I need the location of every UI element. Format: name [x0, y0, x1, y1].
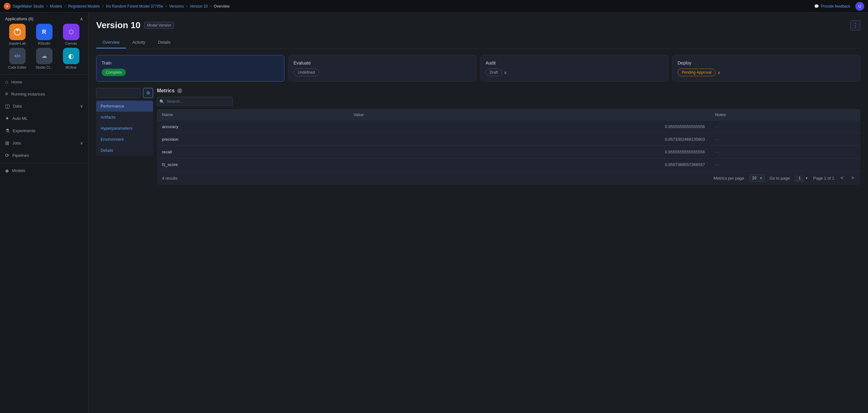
sidebar-app-codeeditor[interactable]: </> Code Editor: [5, 48, 29, 69]
rstudio-icon: R: [36, 24, 53, 40]
provide-feedback-button[interactable]: 💬 Provide feedback: [814, 4, 850, 8]
pipelines-label: Pipelines: [12, 153, 29, 158]
deploy-badge: Pending Approval: [678, 69, 716, 76]
sidebar-item-home[interactable]: ⌂ Home: [0, 76, 88, 88]
metrics-nav: Performance Artifacts Hyperparameters En…: [96, 101, 153, 156]
metric-notes-accuracy: - -: [710, 121, 860, 133]
apps-header: Applications (6) ∧: [0, 13, 88, 24]
apps-count-label: Applications (6): [5, 17, 34, 21]
next-page-button[interactable]: >: [850, 174, 855, 182]
info-icon[interactable]: i: [177, 88, 182, 93]
metric-notes-f1score: - -: [710, 158, 860, 171]
col-notes: Notes: [710, 109, 860, 121]
breadcrumb-models[interactable]: Models: [50, 4, 62, 8]
page-header: Version 10 Model Version ⋮: [96, 20, 860, 30]
sidebar-app-studiocloud[interactable]: ☁ Studio Cl...: [32, 48, 56, 69]
table-row: accuracy 0.9555555555555556 - -: [157, 121, 860, 133]
rstudio-label: RStudio: [38, 41, 50, 45]
search-icon: 🔍: [159, 99, 164, 104]
svg-point-1: [17, 29, 18, 31]
nav-item-artifacts[interactable]: Artifacts: [96, 112, 153, 123]
nav-item-hyperparameters[interactable]: Hyperparameters: [96, 123, 153, 134]
tab-activity[interactable]: Activity: [126, 37, 152, 49]
collapse-icon[interactable]: ∧: [80, 17, 83, 21]
sidebar-item-models[interactable]: ◈ Models: [0, 164, 88, 177]
main-layout: Applications (6) ∧ JupyterLab R RStudio …: [0, 13, 868, 413]
jobs-icon: ⊞: [5, 140, 9, 146]
model-version-badge: Model Version: [144, 22, 174, 29]
page-title: Version 10: [96, 20, 141, 30]
breadcrumb-registered-models[interactable]: Registered Models: [68, 4, 100, 8]
table-row: precision 0.9573302469135803 - -: [157, 133, 860, 146]
breadcrumb-area: ⊕ SageMaker Studio > Models > Registered…: [4, 3, 230, 10]
sidebar-item-jobs[interactable]: ⊞ Jobs ∨: [0, 137, 88, 149]
sidebar-item-running-instances[interactable]: ≡ Running instances: [0, 88, 88, 100]
audit-title: Audit: [486, 60, 663, 65]
feedback-label: Provide feedback: [821, 4, 850, 8]
metric-name-accuracy: accuracy: [157, 121, 349, 133]
audit-badge-dropdown[interactable]: Draft ∨: [486, 69, 507, 76]
top-nav: ⊕ SageMaker Studio > Models > Registered…: [0, 0, 868, 13]
sidebar-app-jupyterlab[interactable]: JupyterLab: [5, 24, 29, 45]
jobs-label: Jobs: [12, 141, 21, 146]
audit-badge: Draft: [486, 69, 502, 76]
table-row: recall 0.9555555555555556 - -: [157, 146, 860, 158]
avatar[interactable]: U: [855, 2, 864, 11]
sidebar-app-mlflow[interactable]: ◐ MLflow: [59, 48, 83, 69]
status-card-evaluate: Evaluate Undefined: [288, 55, 476, 82]
models-label: Models: [12, 168, 25, 173]
top-nav-right: 💬 Provide feedback U: [814, 2, 864, 11]
sidebar-item-experiments[interactable]: ⚗ Experiments: [0, 125, 88, 137]
nav-item-environment[interactable]: Environment: [96, 134, 153, 145]
sidebar-item-automl[interactable]: ✦ Auto ML: [0, 112, 88, 125]
mlflow-icon: ◐: [63, 48, 80, 64]
prev-page-button[interactable]: <: [839, 174, 845, 182]
studiocloud-icon: ☁: [36, 48, 53, 64]
col-value: Value: [349, 109, 710, 121]
breadcrumb-sagemakerstudio[interactable]: SageMaker Studio: [13, 4, 44, 8]
home-label: Home: [11, 80, 23, 85]
jupyterlab-icon: [9, 24, 26, 40]
evaluate-title: Evaluate: [293, 60, 471, 65]
settings-button[interactable]: ⚙: [143, 88, 153, 98]
more-options-button[interactable]: ⋮: [850, 20, 860, 30]
metrics-search-input[interactable]: [157, 97, 233, 106]
sidebar-item-pipelines[interactable]: ⟳ Pipelines: [0, 149, 88, 162]
metrics-title: Metrics: [157, 88, 175, 94]
mlflow-label: MLflow: [65, 65, 76, 69]
running-instances-icon: ≡: [5, 91, 8, 97]
breadcrumb-versions[interactable]: Versions: [169, 4, 184, 8]
sidebar-app-rstudio[interactable]: R RStudio: [32, 24, 56, 45]
metrics-main: Metrics i 🔍 Name Value Notes: [157, 88, 860, 185]
home-icon: ⌂: [5, 79, 8, 85]
status-card-train: Train Complete: [96, 55, 284, 82]
nav-item-details[interactable]: Details: [96, 145, 153, 156]
train-title: Train: [101, 60, 279, 65]
tab-details[interactable]: Details: [152, 37, 177, 49]
metric-value-precision: 0.9573302469135803: [349, 133, 710, 146]
page-info: Page 1 of 1: [813, 176, 834, 181]
metric-name-precision: precision: [157, 133, 349, 146]
page-number-input[interactable]: [795, 175, 804, 181]
breadcrumb-model-name[interactable]: Iris Random Forest Model 37705e: [106, 4, 163, 8]
metric-name-recall: recall: [157, 146, 349, 158]
tab-overview[interactable]: Overview: [96, 37, 126, 49]
canvas-icon: ⬡: [63, 24, 80, 40]
content-tabs: Overview Activity Details: [96, 37, 860, 49]
data-icon: ◫: [5, 103, 10, 109]
metrics-per-page-select[interactable]: 10 25 50: [749, 174, 765, 182]
codeeditor-icon: </>: [9, 48, 26, 64]
nav-item-performance[interactable]: Performance: [96, 101, 153, 112]
evaluate-badge: Undefined: [293, 69, 319, 76]
metric-value-f1score: 0.9557368557368557: [349, 158, 710, 171]
deploy-badge-dropdown[interactable]: Pending Approval ∨: [678, 69, 721, 76]
table-footer: 4 results Metrics per page 10 25 50 ▼ Go…: [157, 171, 860, 185]
breadcrumb-version10[interactable]: Version 10: [190, 4, 208, 8]
sidebar: Applications (6) ∧ JupyterLab R RStudio …: [0, 13, 89, 413]
studiocloud-label: Studio Cl...: [36, 65, 53, 69]
metric-notes-precision: - -: [710, 133, 860, 146]
sidebar-app-canvas[interactable]: ⬡ Canvas: [59, 24, 83, 45]
chat-icon: 💬: [814, 4, 819, 8]
sidebar-item-data[interactable]: ◫ Data ∨: [0, 100, 88, 112]
deploy-dropdown-icon: ∨: [717, 70, 721, 75]
